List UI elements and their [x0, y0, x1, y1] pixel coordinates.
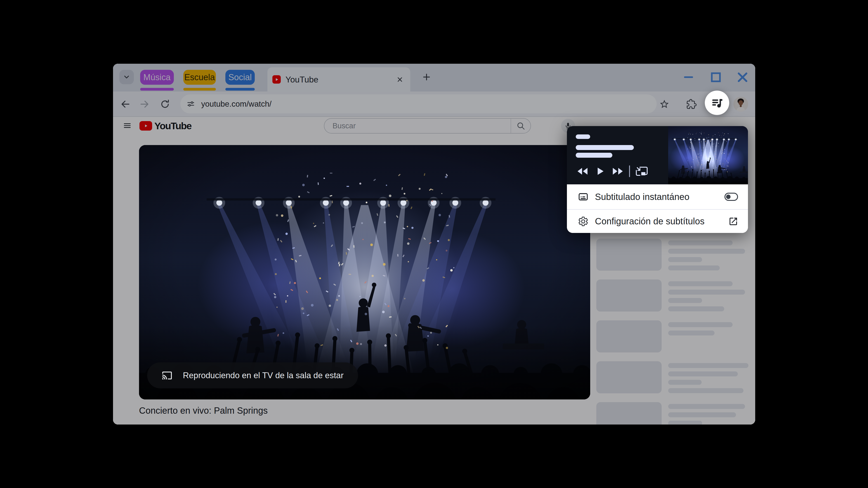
live-caption-icon — [578, 191, 589, 202]
concert-video-frame — [139, 145, 590, 399]
media-artist-placeholder — [576, 153, 612, 158]
live-caption-label: Subtitulado instantáneo — [595, 192, 724, 202]
media-controls-popup: Subtitulado instantáneo Configuración de… — [567, 126, 748, 233]
media-controls-toolbar-button[interactable] — [705, 91, 729, 115]
cast-status-overlay: Reproduciendo en el TV de la sala de est… — [147, 362, 358, 388]
media-artwork-thumbnail — [668, 126, 748, 184]
controls-divider — [629, 165, 630, 177]
toggle-knob — [726, 195, 731, 199]
media-session-card — [567, 126, 748, 184]
cast-icon — [161, 370, 173, 381]
caption-settings-label: Configuración de subtítulos — [595, 216, 728, 226]
queue-music-icon — [711, 96, 723, 109]
caption-settings-row[interactable]: Configuración de subtítulos — [567, 210, 748, 233]
picture-in-picture-button[interactable] — [636, 165, 648, 177]
video-player[interactable]: Reproduciendo en el TV de la sala de est… — [139, 145, 590, 399]
cast-status-text: Reproduciendo en el TV de la sala de est… — [183, 371, 344, 380]
live-caption-toggle[interactable] — [724, 193, 738, 201]
browser-window: Música Escuela Social YouTube — [113, 64, 755, 424]
media-source-placeholder — [576, 134, 590, 139]
media-title-placeholder — [576, 145, 634, 150]
next-track-button[interactable] — [612, 165, 624, 177]
play-button[interactable] — [594, 165, 607, 177]
live-caption-row[interactable]: Subtitulado instantáneo — [567, 184, 748, 209]
previous-track-button[interactable] — [576, 165, 589, 177]
open-in-new-icon[interactable] — [728, 216, 739, 227]
settings-gear-icon — [578, 216, 589, 227]
